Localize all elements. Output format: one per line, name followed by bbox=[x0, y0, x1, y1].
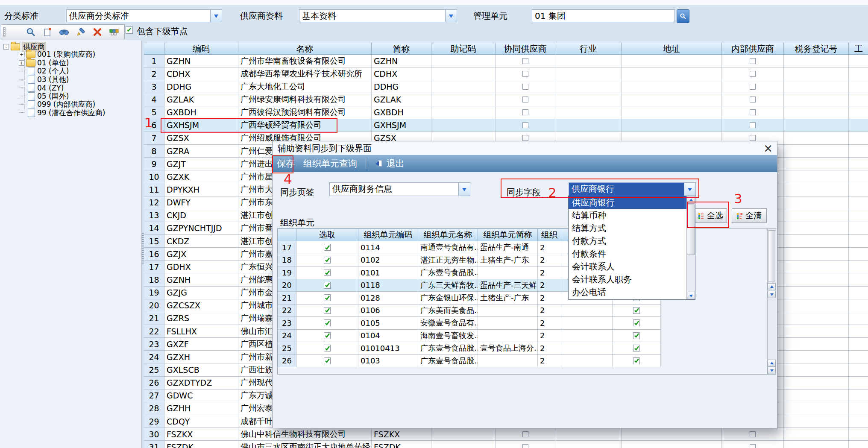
scroll-up-icon[interactable] bbox=[768, 283, 776, 290]
column-header-工[interactable]: 工 bbox=[849, 43, 868, 55]
org-table-row[interactable]: 2501010413广东壹号食品股...壹号食品上海分...2 bbox=[278, 342, 661, 355]
select-checkbox[interactable] bbox=[324, 307, 331, 314]
edit-icon[interactable] bbox=[76, 27, 86, 37]
select-checkbox[interactable] bbox=[324, 357, 331, 364]
internal-checkbox[interactable] bbox=[750, 109, 756, 115]
dropdown-option[interactable]: 结算方式 bbox=[569, 222, 686, 234]
find-icon[interactable] bbox=[59, 27, 69, 37]
supplier-info-combo[interactable]: 基本资料 bbox=[299, 9, 457, 22]
scroll-up-icon[interactable] bbox=[768, 360, 776, 367]
close-icon[interactable]: × bbox=[763, 142, 773, 154]
scrollbar-thumb[interactable] bbox=[687, 205, 695, 255]
select-checkbox[interactable] bbox=[324, 257, 331, 264]
coop-checkbox[interactable] bbox=[522, 109, 528, 115]
internal-checkbox[interactable] bbox=[750, 122, 756, 128]
org-table-row[interactable]: 230105安徽壹号食品有...2 bbox=[278, 317, 661, 330]
dropdown-option[interactable]: 办公电话 bbox=[569, 286, 686, 299]
tree-item-099[interactable]: 099 (内部供应商) bbox=[19, 100, 95, 108]
select-checkbox[interactable] bbox=[324, 269, 331, 276]
org-table-row[interactable]: 240104海南壹号畜牧发...2 bbox=[278, 330, 661, 343]
column-header[interactable] bbox=[144, 43, 164, 55]
column-header-行业[interactable]: 行业 bbox=[555, 43, 622, 55]
delete-icon[interactable] bbox=[92, 27, 103, 37]
sync-tab-combo[interactable]: 供应商财务信息 bbox=[329, 182, 470, 196]
expand-plus-icon[interactable]: + bbox=[19, 60, 24, 66]
tree-item-02[interactable]: 02 (个人) bbox=[19, 67, 69, 75]
dropdown-option[interactable]: 付款条件 bbox=[569, 247, 686, 260]
org-column-header-组织[interactable]: 组织 bbox=[538, 228, 561, 241]
dropdown-option[interactable]: 结算币种 bbox=[569, 209, 686, 222]
scroll-down-icon[interactable] bbox=[768, 291, 776, 298]
dropdown-scrollbar[interactable] bbox=[686, 196, 695, 299]
org-column-header-组织单元名称[interactable]: 组织单元名称 bbox=[418, 228, 478, 241]
browse-icon[interactable] bbox=[677, 9, 689, 23]
mgmt-unit-field[interactable]: 01 集团 bbox=[532, 9, 675, 22]
search-icon[interactable] bbox=[26, 27, 36, 37]
select-checkbox[interactable] bbox=[324, 345, 331, 351]
select-checkbox[interactable] bbox=[324, 244, 331, 251]
scrollbar-thumb[interactable] bbox=[768, 230, 775, 281]
chevron-down-icon[interactable] bbox=[458, 183, 470, 196]
org-column-header-组织单元编码[interactable]: 组织单元编码 bbox=[358, 228, 418, 241]
internal-checkbox[interactable] bbox=[750, 135, 756, 141]
internal-checkbox[interactable] bbox=[750, 58, 756, 64]
class-standard-combo[interactable]: 供应商分类标准 bbox=[66, 9, 222, 22]
tree-item-99[interactable]: 99 (潜在合作供应商) bbox=[19, 109, 105, 117]
column-header-协同供应商[interactable]: 协同供应商 bbox=[496, 43, 555, 55]
dropdown-option[interactable]: 会计联系人 bbox=[569, 260, 686, 273]
synced-checkbox[interactable] bbox=[633, 345, 640, 351]
coop-checkbox[interactable] bbox=[522, 58, 528, 64]
dropdown-option[interactable]: 供应商银行 bbox=[569, 196, 686, 209]
collapse-minus-icon[interactable]: - bbox=[3, 44, 9, 50]
internal-checkbox[interactable] bbox=[750, 444, 756, 448]
synced-checkbox[interactable] bbox=[633, 307, 640, 314]
select-checkbox[interactable] bbox=[324, 319, 331, 326]
org-column-header-选取[interactable]: 选取 bbox=[296, 228, 358, 241]
dropdown-option[interactable]: 付款方式 bbox=[569, 234, 686, 247]
sync-field-combo[interactable]: 供应商银行 bbox=[569, 182, 696, 196]
coop-checkbox[interactable] bbox=[522, 84, 528, 90]
coop-checkbox[interactable] bbox=[522, 135, 528, 141]
table-row[interactable]: 2CDHX成都华西希望农业科学技术研究所CDHX bbox=[144, 67, 868, 80]
table-row[interactable]: 1GZHN广州市华南畜牧设备有限公司GZHN bbox=[144, 55, 868, 67]
column-header-地址[interactable]: 地址 bbox=[622, 43, 722, 55]
scroll-down-icon[interactable] bbox=[768, 367, 776, 374]
org-column-header-组织单元简称[interactable]: 组织单元简称 bbox=[478, 228, 538, 241]
locate-icon[interactable] bbox=[109, 27, 119, 37]
table-row[interactable]: 30FSZKX佛山中科信生物科技有限公司FSZKX bbox=[144, 428, 868, 441]
tree-item-05[interactable]: 05 (国外) bbox=[19, 92, 69, 100]
org-query-button[interactable]: 组织单元查询 bbox=[303, 158, 357, 170]
chevron-down-icon[interactable] bbox=[684, 183, 695, 196]
table-row[interactable]: 4GZLAK广州绿安康饲料科技有限公司GZLAK bbox=[144, 93, 868, 106]
new-doc-icon[interactable] bbox=[42, 27, 53, 37]
save-button[interactable]: 保存 bbox=[277, 158, 295, 170]
tree-item-04ZY[interactable]: 04 (ZY) bbox=[19, 84, 64, 92]
chevron-down-icon[interactable] bbox=[445, 10, 457, 22]
tree-item-01[interactable]: +01 (单位) bbox=[19, 59, 69, 67]
internal-checkbox[interactable] bbox=[750, 84, 756, 90]
column-header-助记码[interactable]: 助记码 bbox=[431, 43, 496, 55]
table-row[interactable]: 6GXHSJM广西华硕经贸有限公司GXHSJM bbox=[144, 119, 868, 132]
column-header-税务登记号[interactable]: 税务登记号 bbox=[784, 43, 849, 55]
coop-checkbox[interactable] bbox=[522, 122, 528, 128]
scroll-up-icon[interactable] bbox=[687, 196, 695, 204]
table-row[interactable]: 3DDHG广东大地化工公司DDHG bbox=[144, 80, 868, 93]
tree-item-03[interactable]: 03 (其他) bbox=[19, 76, 69, 84]
tree-item-001[interactable]: +001 (采购供应商) bbox=[19, 50, 95, 59]
coop-checkbox[interactable] bbox=[522, 97, 528, 102]
org-table-row[interactable]: 220106广东美而美食品...2 bbox=[278, 305, 661, 317]
expand-plus-icon[interactable]: + bbox=[19, 52, 24, 57]
org-table-scrollbar[interactable] bbox=[767, 228, 776, 374]
clear-all-button[interactable]: 全清 bbox=[732, 208, 767, 223]
synced-checkbox[interactable] bbox=[633, 319, 640, 326]
dropdown-option[interactable]: 会计联系人职务 bbox=[569, 273, 686, 286]
column-header-名称[interactable]: 名称 bbox=[238, 43, 372, 55]
coop-checkbox[interactable] bbox=[522, 444, 528, 448]
exit-button[interactable]: 退出 bbox=[387, 158, 405, 170]
column-header-简称[interactable]: 简称 bbox=[372, 43, 431, 55]
select-checkbox[interactable] bbox=[324, 282, 331, 289]
table-row[interactable]: 5GXBDH广西彼得汉预混饲料有限公司GXBDH bbox=[144, 106, 868, 119]
internal-checkbox[interactable] bbox=[750, 97, 756, 102]
select-checkbox[interactable] bbox=[324, 294, 331, 301]
column-header-内部供应商[interactable]: 内部供应商 bbox=[722, 43, 784, 55]
